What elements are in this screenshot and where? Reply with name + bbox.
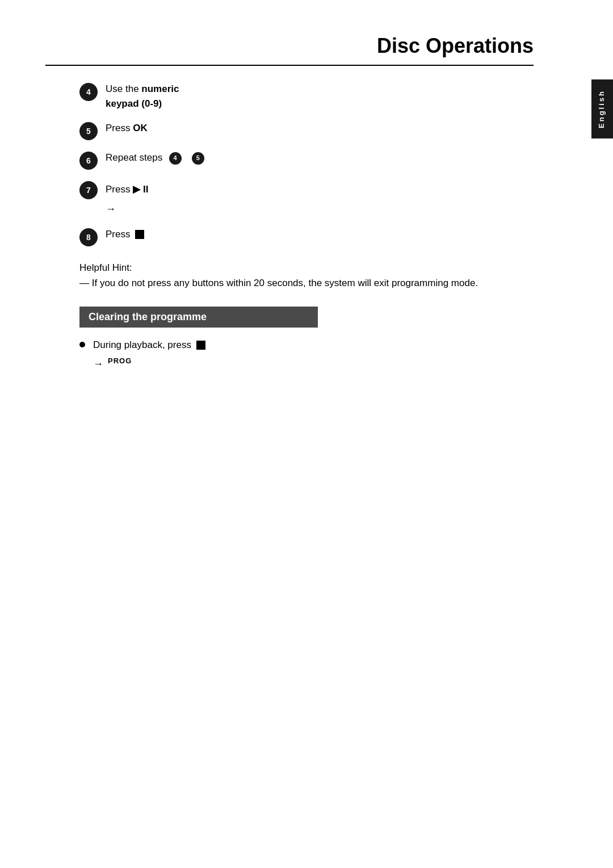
content-area: 4 Use the numeric keypad (0-9) 5 Press O… bbox=[79, 82, 522, 372]
step-number-6: 6 bbox=[79, 152, 98, 170]
hint-body: — If you do not press any buttons within… bbox=[79, 275, 522, 291]
bullet-text: During playback, press → PROG bbox=[93, 338, 205, 372]
bullet-sub: → PROG bbox=[93, 355, 205, 372]
stop-icon-2 bbox=[196, 341, 205, 350]
section-header-label: Clearing the programme bbox=[79, 307, 318, 328]
ref-num-4: 4 bbox=[169, 152, 182, 165]
play-pause-icon: ▶ II bbox=[133, 184, 148, 195]
list-item: 4 Use the numeric keypad (0-9) bbox=[79, 82, 522, 111]
step-number-5: 5 bbox=[79, 122, 98, 140]
side-tab-english: English bbox=[591, 79, 613, 139]
arrow-icon-2: → bbox=[93, 357, 103, 372]
ok-keyword: OK bbox=[133, 123, 148, 133]
step-5-content: Press OK bbox=[106, 121, 522, 136]
stop-icon bbox=[135, 230, 144, 239]
step-number-7: 7 bbox=[79, 181, 98, 199]
clearing-section-header: Clearing the programme bbox=[79, 307, 522, 338]
list-item: 7 Press ▶ II → bbox=[79, 180, 522, 217]
keypad-keyword: keypad (0-9) bbox=[106, 98, 162, 109]
step-7-content: Press ▶ II → bbox=[106, 180, 522, 217]
page-title: Disc Operations bbox=[45, 34, 534, 66]
step-7-sub: → bbox=[106, 200, 522, 217]
numeric-keyword: numeric bbox=[141, 83, 179, 94]
prog-label: PROG bbox=[108, 355, 132, 367]
bullet-dot-icon bbox=[79, 342, 85, 347]
list-item: 8 Press bbox=[79, 227, 522, 246]
bullet-item: During playback, press → PROG bbox=[79, 338, 522, 372]
step-4-content: Use the numeric keypad (0-9) bbox=[106, 82, 522, 111]
hint-title: Helpful Hint: bbox=[79, 260, 522, 275]
step-number-4: 4 bbox=[79, 83, 98, 101]
arrow-icon: → bbox=[106, 202, 116, 217]
step-number-8: 8 bbox=[79, 228, 98, 246]
ref-num-5: 5 bbox=[192, 152, 204, 165]
page-container: Disc Operations English 4 Use the numeri… bbox=[0, 0, 613, 868]
step-6-content: Repeat steps 4 5 bbox=[106, 150, 522, 165]
list-item: 6 Repeat steps 4 5 bbox=[79, 150, 522, 170]
list-item: 5 Press OK bbox=[79, 121, 522, 140]
step-8-content: Press bbox=[106, 227, 522, 242]
hint-section: Helpful Hint: — If you do not press any … bbox=[79, 260, 522, 291]
